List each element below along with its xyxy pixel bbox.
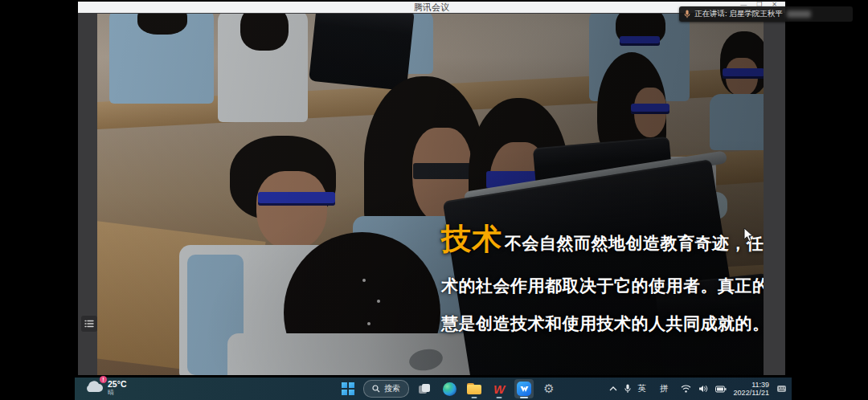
slide-quote: 技术 不会自然而然地创造教育奇迹，任何技 术的社会作用都取决于它的使用者。真正的… bbox=[441, 219, 751, 350]
task-view-button[interactable] bbox=[415, 379, 434, 398]
speaking-notification[interactable]: 正在讲话: 启星学院王秋平 bbox=[679, 6, 853, 22]
edge-button[interactable] bbox=[440, 379, 459, 398]
wps-icon: W bbox=[493, 383, 505, 395]
ime-indicator[interactable]: 拼 bbox=[660, 383, 669, 394]
weather-temp: 25°C bbox=[108, 379, 126, 389]
taskbar-center-icons: 搜索 W bbox=[338, 379, 559, 398]
file-explorer-icon bbox=[467, 383, 481, 394]
task-view-icon bbox=[419, 384, 431, 394]
tencent-meeting-button[interactable] bbox=[514, 379, 534, 398]
panel-toggle-button[interactable] bbox=[81, 316, 97, 332]
quote-accent-word: 技术 bbox=[441, 219, 502, 259]
edge-icon bbox=[443, 382, 457, 396]
hidden-icons-chevron[interactable] bbox=[609, 386, 617, 391]
list-icon bbox=[84, 319, 94, 329]
window-title: 腾讯会议 bbox=[414, 2, 449, 14]
clock[interactable]: 11:39 2022/11/21 bbox=[734, 381, 769, 398]
search-icon bbox=[372, 385, 380, 393]
speaking-indicator-icon bbox=[684, 10, 690, 18]
tray-app-icon[interactable] bbox=[776, 384, 787, 394]
shared-slide-image: 技术 不会自然而然地创造教育奇迹，任何技 术的社会作用都取决于它的使用者。真正的… bbox=[97, 14, 764, 375]
blurred-name-area bbox=[787, 10, 811, 18]
running-indicator bbox=[520, 397, 528, 398]
search-input[interactable]: 搜索 bbox=[363, 380, 409, 398]
wps-office-button[interactable]: W bbox=[489, 379, 509, 398]
windows-logo-icon bbox=[342, 382, 354, 395]
meeting-content-area: 技术 不会自然而然地创造教育奇迹，任何技 术的社会作用都取决于它的使用者。真正的… bbox=[78, 13, 785, 375]
start-button[interactable] bbox=[338, 379, 358, 398]
quote-line-3: 慧是创造技术和使用技术的人共同成就的。 bbox=[441, 312, 751, 335]
weather-alert-badge: ! bbox=[100, 376, 107, 383]
date: 2022/11/21 bbox=[734, 389, 769, 398]
gear-icon: ⚙ bbox=[543, 382, 554, 395]
volume-icon[interactable] bbox=[698, 385, 708, 393]
running-indicator bbox=[472, 397, 477, 398]
search-label: 搜索 bbox=[384, 383, 400, 394]
language-indicator[interactable]: 英 bbox=[638, 383, 647, 394]
windows-taskbar: ! 25°C 晴 搜索 bbox=[75, 378, 792, 400]
weather-cloud-icon: ! bbox=[84, 379, 104, 396]
time: 11:39 bbox=[734, 381, 769, 390]
mouse-cursor bbox=[743, 227, 754, 246]
speaking-label: 正在讲话: 启星学院王秋平 bbox=[694, 9, 783, 19]
settings-button[interactable]: ⚙ bbox=[539, 379, 559, 398]
wifi-icon[interactable] bbox=[681, 385, 691, 393]
running-indicator bbox=[497, 397, 502, 398]
weather-widget[interactable]: ! 25°C 晴 bbox=[84, 379, 126, 396]
desktop: 腾讯会议 — ❐ ✕ bbox=[0, 0, 868, 400]
quote-line-2: 术的社会作用都取决于它的使用者。真正的智 bbox=[441, 275, 751, 297]
quote-line-1: 不会自然而然地创造教育奇迹，任何技 bbox=[505, 232, 764, 255]
weather-condition: 晴 bbox=[108, 389, 126, 396]
file-explorer-button[interactable] bbox=[465, 379, 484, 398]
tencent-meeting-icon bbox=[517, 382, 531, 396]
screen-area: 腾讯会议 — ❐ ✕ bbox=[75, 0, 792, 400]
battery-icon[interactable] bbox=[715, 386, 727, 393]
microphone-tray-icon[interactable] bbox=[624, 384, 631, 394]
system-tray: 英 拼 bbox=[609, 378, 787, 400]
